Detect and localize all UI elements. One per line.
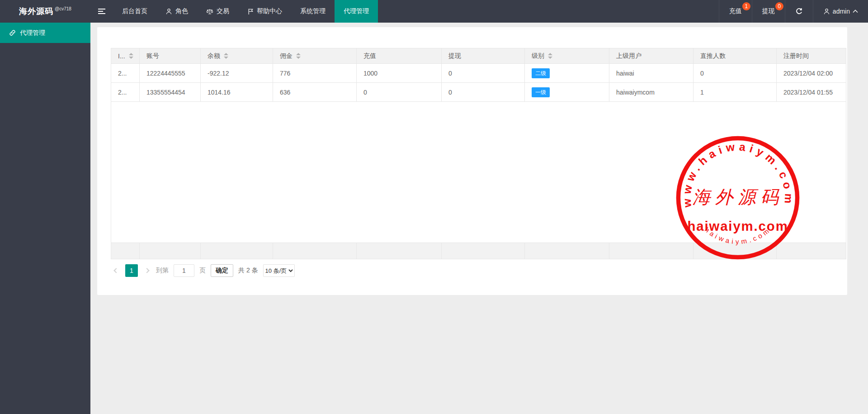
admin-username: admin bbox=[833, 8, 850, 15]
column-header-account: 账号 bbox=[140, 48, 201, 63]
cell-parent-user: haiwai bbox=[609, 64, 693, 82]
cell-withdraw: 0 bbox=[442, 64, 525, 82]
menu-item-system-management[interactable]: 系统管理 bbox=[291, 0, 335, 23]
cell-register-time: 2023/12/04 02:00 bbox=[777, 64, 846, 82]
column-header-recharge: 充值 bbox=[357, 48, 442, 63]
cell-parent-user: haiwaiymcom bbox=[609, 83, 693, 101]
recharge-nav-item[interactable]: 充值 1 bbox=[719, 0, 752, 23]
sort-icon[interactable] bbox=[224, 53, 228, 59]
main-menu: 后台首页 角色 交易 帮助中心 系统管理 代理管理 bbox=[113, 0, 378, 23]
cell-level: 一级 bbox=[525, 83, 609, 101]
cell-level: 二级 bbox=[525, 64, 609, 82]
cell-withdraw: 0 bbox=[442, 83, 525, 101]
cell-id: 2... bbox=[111, 83, 140, 101]
refresh-icon bbox=[795, 8, 803, 15]
cell-account: 13355554454 bbox=[140, 83, 201, 101]
menu-item-dashboard[interactable]: 后台首页 bbox=[113, 0, 156, 23]
column-header-register-time: 注册时间 bbox=[777, 48, 846, 63]
chevron-right-icon bbox=[144, 268, 149, 273]
cell-recharge: 0 bbox=[357, 83, 442, 101]
admin-user-menu[interactable]: admin bbox=[813, 0, 868, 23]
table-row: 2... 13355554454 1014.16 636 0 0 一级 haiw… bbox=[111, 83, 846, 102]
sort-icon[interactable] bbox=[548, 53, 552, 59]
next-page-button[interactable] bbox=[143, 264, 151, 277]
table-header-row: I... 账号 余额 佣金 充值 提现 bbox=[111, 48, 846, 64]
refresh-button[interactable] bbox=[785, 0, 813, 23]
admin-user-icon bbox=[823, 8, 830, 15]
link-icon bbox=[9, 29, 16, 36]
cell-commission: 776 bbox=[273, 64, 357, 82]
column-header-level[interactable]: 级别 bbox=[525, 48, 609, 63]
withdraw-badge: 0 bbox=[775, 2, 783, 10]
chevron-up-icon bbox=[853, 10, 858, 13]
hamburger-icon bbox=[98, 8, 106, 15]
user-icon bbox=[165, 8, 172, 15]
sidebar-toggle-button[interactable] bbox=[90, 0, 113, 23]
column-header-direct-referrals: 直推人数 bbox=[693, 48, 777, 63]
goto-page-input[interactable] bbox=[174, 264, 194, 277]
withdraw-nav-item[interactable]: 提现 0 bbox=[752, 0, 785, 23]
column-header-parent-user: 上级用户 bbox=[609, 48, 693, 63]
top-navbar: 海外源码 @cv718 后台首页 角色 交易 bbox=[0, 0, 868, 23]
recharge-badge: 1 bbox=[742, 2, 750, 10]
total-count-label: 共 2 条 bbox=[238, 266, 258, 275]
flag-icon bbox=[247, 8, 254, 15]
navbar-right-group: 充值 1 提现 0 admin bbox=[719, 0, 868, 23]
level-badge: 一级 bbox=[532, 87, 550, 97]
confirm-page-button[interactable]: 确定 bbox=[211, 264, 233, 277]
menu-item-help-center[interactable]: 帮助中心 bbox=[238, 0, 291, 23]
main-content: I... 账号 余额 佣金 充值 提现 bbox=[90, 23, 868, 414]
page-unit-label: 页 bbox=[199, 266, 206, 275]
cell-balance: 1014.16 bbox=[201, 83, 273, 101]
chevron-left-icon bbox=[113, 268, 118, 273]
sort-icon[interactable] bbox=[296, 53, 301, 59]
cell-balance: -922.12 bbox=[201, 64, 273, 82]
level-badge: 二级 bbox=[532, 68, 550, 78]
column-header-id[interactable]: I... bbox=[111, 48, 140, 63]
goto-page-label: 到第 bbox=[156, 266, 169, 275]
menu-item-agent-management[interactable]: 代理管理 bbox=[335, 0, 378, 23]
sort-icon[interactable] bbox=[129, 53, 133, 59]
app-logo[interactable]: 海外源码 @cv718 bbox=[0, 0, 90, 23]
table-row: 2... 12224445555 -922.12 776 1000 0 二级 h… bbox=[111, 64, 846, 83]
cell-recharge: 1000 bbox=[357, 64, 442, 82]
current-page-button[interactable]: 1 bbox=[125, 264, 138, 277]
app-title-suffix: @cv718 bbox=[55, 6, 71, 11]
agent-table: I... 账号 余额 佣金 充值 提现 bbox=[111, 48, 846, 259]
app-title: 海外源码 bbox=[19, 6, 53, 17]
agent-table-card: I... 账号 余额 佣金 充值 提现 bbox=[97, 27, 847, 295]
cell-commission: 636 bbox=[273, 83, 357, 101]
column-header-commission[interactable]: 佣金 bbox=[273, 48, 357, 63]
sidebar-item-agent-management[interactable]: 代理管理 bbox=[0, 23, 90, 43]
cell-direct-referrals: 0 bbox=[693, 64, 777, 82]
menu-item-roles[interactable]: 角色 bbox=[156, 0, 197, 23]
sidebar: 代理管理 bbox=[0, 23, 90, 414]
cell-register-time: 2023/12/04 01:55 bbox=[777, 83, 846, 101]
table-footer-row bbox=[111, 243, 846, 259]
scales-icon bbox=[206, 8, 213, 15]
table-empty-area bbox=[111, 102, 846, 243]
column-header-withdraw: 提现 bbox=[442, 48, 525, 63]
column-header-balance[interactable]: 余额 bbox=[201, 48, 273, 63]
page-size-select[interactable]: 10 条/页 bbox=[263, 264, 295, 277]
prev-page-button[interactable] bbox=[112, 264, 120, 277]
pagination-bar: 1 到第 页 确定 共 2 条 10 条/页 bbox=[112, 264, 295, 277]
cell-id: 2... bbox=[111, 64, 140, 82]
cell-account: 12224445555 bbox=[140, 64, 201, 82]
menu-item-transactions[interactable]: 交易 bbox=[197, 0, 238, 23]
cell-direct-referrals: 1 bbox=[693, 83, 777, 101]
